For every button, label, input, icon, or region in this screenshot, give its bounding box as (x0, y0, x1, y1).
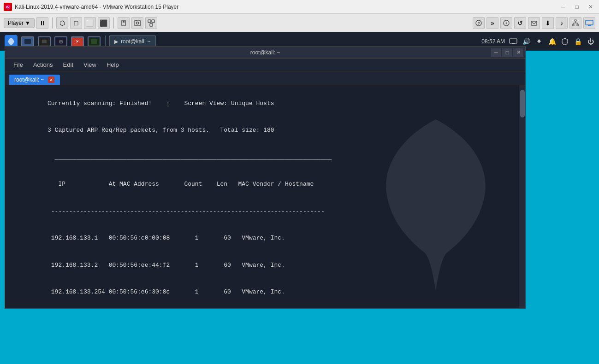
toolbar-send-ctrl-alt-del-icon[interactable]: ⬡ (56, 17, 68, 29)
player-label: Player (8, 20, 24, 26)
terminal-close-button[interactable]: ✕ (513, 48, 523, 57)
terminal-tab-label: root@kali: ~ (14, 76, 44, 83)
terminal-minimize-button[interactable]: ─ (491, 48, 501, 57)
svg-rect-22 (586, 20, 593, 25)
terminal-body: Currently scanning: Finished! | Screen V… (5, 85, 525, 308)
svg-text:?: ? (478, 21, 480, 26)
svg-rect-7 (148, 20, 151, 23)
maximize-button[interactable]: □ (570, 2, 583, 12)
terminal-scrollbar[interactable] (519, 85, 525, 308)
svg-rect-8 (152, 20, 154, 23)
toolbar-right: ? » ↺ ⬇ ♪ (473, 17, 595, 29)
toolbar-send-file-icon[interactable] (528, 17, 540, 29)
svg-rect-25 (512, 43, 515, 44)
toolbar-full-screen-icon[interactable]: ⬜ (84, 17, 96, 29)
vmware-logo-icon: W (4, 3, 12, 11)
menu-file[interactable]: File (9, 60, 28, 70)
svg-rect-2 (122, 20, 125, 26)
terminal-maximize-button[interactable]: □ (502, 48, 512, 57)
terminal-taskbar-icon: ▶ (114, 39, 118, 45)
menu-edit[interactable]: Edit (59, 60, 78, 70)
toolbar-cd-icon[interactable] (500, 17, 512, 29)
taskbar-notification-icon[interactable]: 🔔 (547, 37, 557, 46)
kali-watermark (367, 113, 505, 299)
player-dropdown-icon: ▼ (25, 20, 30, 26)
title-bar: W Kali-Linux-2019.4-vmware-amd64 - VMwar… (0, 0, 599, 14)
terminal-tab-bar: root@kali: ~ ✕ (5, 71, 525, 85)
taskbar-volume-icon[interactable]: 🔊 (522, 37, 531, 46)
toolbar-separator-2 (113, 18, 114, 29)
toolbar-pause-icon[interactable]: ⏸ (36, 17, 48, 29)
toolbar-extend-icon[interactable]: » (486, 17, 498, 29)
menu-view[interactable]: View (79, 60, 101, 70)
toolbar-receive-file-icon[interactable]: ⬇ (542, 17, 554, 29)
toolbar-snapshot-icon[interactable] (131, 17, 143, 29)
taskbar-power-icon[interactable]: ⏻ (586, 37, 595, 46)
terminal-window: root@kali: ~ ─ □ ✕ File Actions Edit Vie… (5, 46, 526, 309)
terminal-tab-1[interactable]: root@kali: ~ ✕ (9, 75, 60, 85)
taskbar-clock: 08:52 AM (481, 38, 505, 45)
vmware-toolbar: Player ▼ ⏸ ⬡ □ ⬜ ⬛ (0, 14, 599, 32)
svg-rect-3 (123, 21, 125, 23)
svg-rect-23 (588, 25, 591, 26)
taskbar-shield-icon[interactable] (560, 37, 569, 46)
svg-rect-6 (136, 20, 137, 21)
toolbar-unity-icon[interactable]: ⬛ (98, 17, 110, 29)
toolbar-share-vms-icon[interactable] (145, 17, 157, 29)
title-bar-controls: ─ □ ✕ (557, 2, 599, 12)
taskbar-screen-icon[interactable] (509, 37, 518, 46)
svg-point-13 (506, 22, 507, 23)
taskbar-lock-icon[interactable]: 🔒 (573, 37, 582, 46)
player-menu-button[interactable]: Player ▼ (4, 18, 35, 28)
prompt-line: root@kali:~# (12, 305, 512, 308)
svg-rect-4 (134, 21, 141, 25)
terminal-title-bar: root@kali: ~ ─ □ ✕ (5, 47, 525, 59)
title-bar-left: W Kali-Linux-2019.4-vmware-amd64 - VMwar… (0, 3, 178, 11)
vmware-window: W Kali-Linux-2019.4-vmware-amd64 - VMwar… (0, 0, 599, 364)
svg-text:W: W (6, 5, 10, 9)
terminal-title-controls: ─ □ ✕ (491, 48, 523, 57)
svg-rect-16 (572, 24, 574, 26)
close-button[interactable]: ✕ (584, 2, 597, 12)
toolbar-audio-icon[interactable]: ♪ (556, 17, 568, 29)
toolbar-separator-1 (52, 18, 53, 29)
svg-rect-17 (577, 24, 579, 26)
menu-help[interactable]: Help (102, 60, 124, 70)
toolbar-display-icon[interactable] (583, 17, 595, 29)
toolbar-help-icon[interactable]: ? (473, 17, 485, 29)
taskbar-network-icon[interactable] (534, 37, 544, 46)
menu-actions[interactable]: Actions (29, 60, 58, 70)
taskbar-right: 08:52 AM 🔊 🔔 🔒 ⏻ (481, 37, 595, 46)
terminal-tab-close-button[interactable]: ✕ (48, 76, 54, 83)
toolbar-removable-devices-icon[interactable] (118, 17, 130, 29)
window-title: Kali-Linux-2019.4-vmware-amd64 - VMware … (15, 4, 178, 10)
scrollbar-thumb[interactable] (520, 90, 525, 117)
minimize-button[interactable]: ─ (557, 2, 569, 12)
terminal-title-text: root@kali: ~ (250, 49, 280, 56)
svg-rect-9 (150, 23, 153, 26)
toolbar-network-icon[interactable] (569, 17, 581, 29)
toolbar-vmlist-icon[interactable]: □ (70, 17, 82, 29)
svg-rect-14 (531, 21, 537, 25)
terminal-content[interactable]: Currently scanning: Finished! | Screen V… (5, 85, 519, 308)
svg-rect-15 (575, 20, 576, 21)
terminal-menu-bar: File Actions Edit View Help (5, 59, 525, 71)
toolbar-refresh-icon[interactable]: ↺ (514, 17, 526, 29)
svg-rect-24 (510, 39, 517, 43)
terminal-taskbar-label: root@kali: ~ (121, 38, 151, 45)
svg-point-5 (136, 22, 138, 24)
